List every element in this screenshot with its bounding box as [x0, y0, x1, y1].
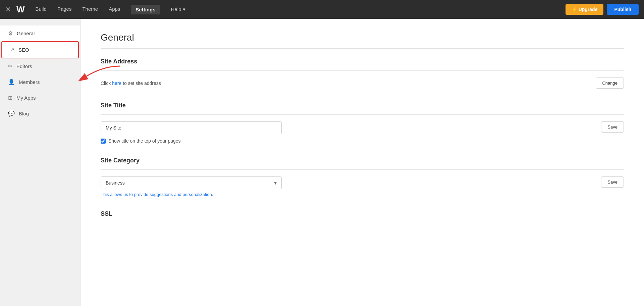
site-title-save-area: Save — [601, 121, 624, 133]
site-title-input[interactable] — [101, 121, 282, 134]
site-address-text: Click here to set site address — [101, 81, 161, 86]
site-title-section: Site Title Show title on the top of your… — [101, 102, 624, 144]
ssl-heading: SSL — [101, 210, 624, 217]
ssl-section: SSL — [101, 210, 624, 223]
sidebar-item-seo[interactable]: ↗ SEO — [1, 41, 79, 58]
site-title-divider — [101, 114, 624, 115]
sidebar-item-blog[interactable]: 💬 Blog — [0, 106, 80, 121]
main-layout: ⚙ General ↗ SEO ✏ Editors 👤 Members ⊞ My… — [0, 19, 644, 306]
sidebar-label-general: General — [17, 31, 35, 36]
topnav-actions: ⚡ Upgrade Publish — [566, 4, 639, 15]
sidebar-item-editors[interactable]: ✏ Editors — [0, 58, 80, 74]
main-content: General Site Address Click here to set s… — [80, 19, 644, 306]
sidebar-item-members[interactable]: 👤 Members — [0, 74, 80, 90]
nav-pages[interactable]: Pages — [57, 5, 72, 14]
sidebar: ⚙ General ↗ SEO ✏ Editors 👤 Members ⊞ My… — [0, 19, 80, 306]
sidebar-item-general[interactable]: ⚙ General — [0, 26, 80, 41]
change-button[interactable]: Change — [596, 78, 624, 89]
site-category-section: Site Category Business Portfolio Blog St… — [101, 157, 624, 197]
site-title-save-button[interactable]: Save — [601, 121, 624, 133]
ssl-divider — [101, 223, 624, 223]
show-title-checkbox-row: Show title on the top of your pages — [101, 138, 282, 144]
blog-icon: 💬 — [8, 110, 15, 117]
show-title-label: Show title on the top of your pages — [108, 138, 181, 144]
nav-apps[interactable]: Apps — [109, 5, 120, 14]
logo: W — [16, 4, 25, 15]
publish-button[interactable]: Publish — [607, 4, 639, 15]
site-address-row: Click here to set site address Change — [101, 78, 624, 89]
gear-icon: ⚙ — [8, 30, 13, 37]
site-category-info: This allows us to provide suggestions an… — [101, 192, 282, 197]
site-address-divider — [101, 70, 624, 71]
nav-help[interactable]: Help ▾ — [171, 5, 185, 14]
site-title-inputs: Show title on the top of your pages — [101, 121, 282, 144]
site-address-section: Site Address Click here to set site addr… — [101, 58, 624, 89]
nav-settings[interactable]: Settings — [131, 5, 160, 14]
site-category-row: Business Portfolio Blog Store Other ▼ Th… — [101, 176, 624, 197]
sidebar-label-myapps: My Apps — [16, 95, 36, 101]
site-address-title: Site Address — [101, 58, 624, 65]
seo-icon: ↗ — [10, 47, 14, 53]
sidebar-label-seo: SEO — [18, 47, 29, 53]
sidebar-label-blog: Blog — [19, 111, 29, 116]
site-title-heading: Site Title — [101, 102, 624, 109]
show-title-checkbox[interactable] — [101, 139, 106, 144]
site-address-link[interactable]: here — [112, 81, 121, 86]
site-category-select-wrapper: Business Portfolio Blog Store Other ▼ — [101, 176, 282, 189]
sidebar-label-members: Members — [19, 79, 40, 85]
site-category-save-area: Save — [601, 176, 624, 188]
nav-theme[interactable]: Theme — [82, 5, 98, 14]
editors-icon: ✏ — [8, 63, 12, 69]
site-category-divider — [101, 169, 624, 170]
page-title: General — [101, 32, 624, 43]
upgrade-button[interactable]: ⚡ Upgrade — [566, 4, 604, 15]
site-title-row: Show title on the top of your pages Save — [101, 121, 624, 144]
site-category-heading: Site Category — [101, 157, 624, 164]
sidebar-label-editors: Editors — [16, 63, 32, 69]
apps-icon: ⊞ — [8, 95, 12, 101]
site-category-save-button[interactable]: Save — [601, 176, 624, 188]
nav-build[interactable]: Build — [36, 5, 47, 14]
site-category-select[interactable]: Business Portfolio Blog Store Other — [101, 176, 282, 189]
sidebar-item-myapps[interactable]: ⊞ My Apps — [0, 90, 80, 106]
title-divider — [101, 48, 624, 49]
members-icon: 👤 — [8, 79, 15, 85]
site-category-inputs: Business Portfolio Blog Store Other ▼ Th… — [101, 176, 282, 197]
close-icon[interactable]: ✕ — [5, 5, 11, 13]
nav-links: Build Pages Theme Apps Settings Help ▾ — [36, 5, 566, 14]
top-navigation: ✕ W Build Pages Theme Apps Settings Help… — [0, 0, 644, 19]
